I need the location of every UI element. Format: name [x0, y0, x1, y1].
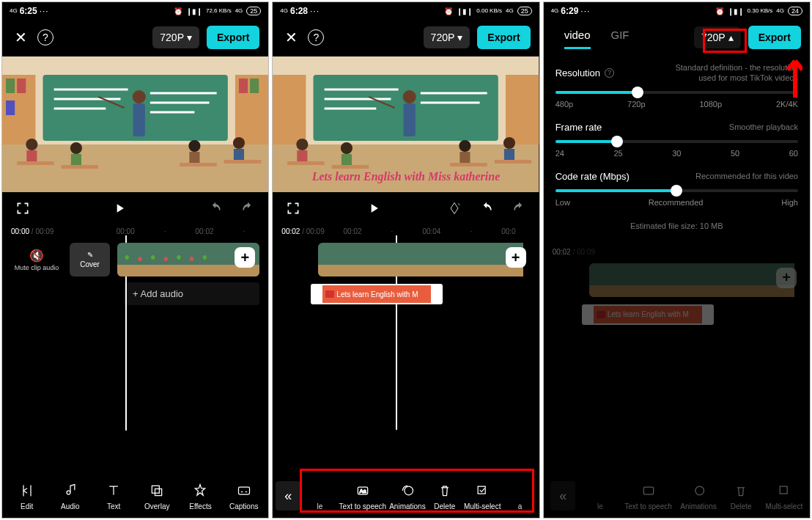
svg-point-62 [459, 140, 471, 152]
svg-rect-11 [6, 78, 15, 93]
back-button[interactable]: « [276, 481, 300, 510]
framerate-slider[interactable] [556, 140, 798, 143]
resolution-button[interactable]: 720P▴ [694, 26, 741, 48]
svg-rect-12 [17, 78, 26, 93]
svg-rect-73 [478, 486, 485, 494]
svg-rect-51 [273, 75, 306, 144]
phone-screen-1: 4G6:25··· ⏰❙▮❙72.6 KB/s4G25 ✕ ? 720P▾ Ex… [1, 1, 269, 519]
close-icon[interactable]: ✕ [11, 28, 30, 47]
add-clip-button[interactable]: + [235, 247, 255, 268]
text-clip[interactable]: Lets learn English with M [311, 284, 443, 304]
tts-button[interactable]: AaText to speech [339, 482, 386, 510]
svg-rect-21 [17, 161, 53, 165]
fullscreen-icon[interactable] [14, 199, 32, 217]
svg-point-72 [405, 486, 413, 495]
add-clip-button[interactable]: + [506, 247, 526, 268]
svg-rect-20 [26, 150, 37, 161]
framerate-label: Frame rate [556, 122, 602, 133]
preview[interactable]: Lets learn English with Miss katherine [273, 56, 539, 192]
svg-rect-58 [288, 161, 325, 165]
svg-point-65 [503, 137, 515, 149]
caption-overlay[interactable]: Lets learn English with Miss katherine [273, 170, 539, 183]
svg-point-28 [233, 137, 245, 149]
svg-point-22 [70, 142, 82, 154]
svg-rect-67 [495, 160, 531, 164]
phone-screen-2: 4G6:28··· ⏰❙▮❙0.00 KB/s4G25 ✕ ? 720P▾ Ex… [272, 1, 539, 519]
export-button[interactable]: Export [207, 26, 259, 49]
svg-rect-75 [589, 285, 794, 297]
clip-handle-right[interactable] [431, 285, 441, 303]
svg-rect-60 [342, 154, 352, 165]
svg-rect-14 [239, 78, 248, 93]
multiselect-button[interactable]: Multi-select [464, 482, 501, 510]
svg-point-77 [695, 486, 704, 495]
redo-icon[interactable] [510, 199, 528, 217]
captions-button[interactable]: Captions [228, 482, 260, 510]
play-icon[interactable] [46, 199, 192, 217]
pencil-icon: ✎ [87, 251, 93, 259]
close-icon[interactable]: ✕ [281, 28, 300, 47]
alarm-icon: ⏰ [174, 7, 182, 15]
delete-button[interactable]: Delete [429, 482, 461, 510]
effects-button[interactable]: Effects [184, 482, 216, 510]
animations-button[interactable]: Animations [389, 482, 425, 510]
svg-point-34 [138, 257, 141, 261]
text-button[interactable]: Text [97, 482, 130, 510]
vibrate-icon: ❙▮❙ [186, 7, 202, 15]
clip-handle-left[interactable] [312, 285, 322, 303]
preview[interactable] [2, 56, 268, 192]
svg-rect-69 [318, 265, 523, 277]
help-icon[interactable]: ? [308, 29, 324, 45]
bottom-toolbar: Edit Audio Text Overlay Effects Captions [2, 475, 268, 518]
undo-icon[interactable] [207, 199, 224, 217]
classroom-scene [2, 56, 268, 192]
add-audio-button[interactable]: + Add audio [124, 282, 259, 305]
coderate-slider[interactable] [556, 189, 798, 192]
video-clip[interactable] [318, 243, 530, 277]
resolution-button[interactable]: 720P▾ [152, 26, 199, 48]
svg-rect-27 [180, 163, 216, 166]
help-icon[interactable]: ? [37, 29, 53, 45]
svg-rect-17 [133, 103, 145, 136]
overlay-button[interactable]: Overlay [141, 482, 173, 510]
svg-point-59 [341, 142, 353, 154]
fullscreen-icon[interactable] [284, 199, 302, 217]
svg-rect-44 [273, 144, 539, 192]
cover-button[interactable]: ✎Cover [70, 243, 110, 277]
audio-button[interactable]: Audio [54, 482, 86, 510]
svg-rect-76 [643, 487, 653, 494]
export-button[interactable]: Export [748, 26, 801, 49]
mute-icon: 🔇 [29, 249, 44, 263]
mute-label[interactable]: Mute clip audio [15, 264, 59, 271]
undo-icon[interactable] [478, 199, 495, 217]
svg-rect-64 [451, 163, 487, 166]
resolution-button[interactable]: 720P▾ [424, 26, 470, 48]
svg-point-25 [188, 140, 200, 152]
svg-point-56 [297, 139, 309, 150]
svg-rect-61 [332, 165, 369, 169]
svg-point-16 [133, 90, 146, 103]
svg-rect-15 [250, 78, 259, 93]
svg-point-33 [125, 255, 129, 260]
svg-rect-29 [234, 149, 244, 160]
svg-rect-57 [298, 150, 308, 161]
svg-rect-26 [189, 152, 199, 163]
svg-rect-42 [238, 487, 249, 494]
svg-rect-66 [504, 149, 514, 160]
keyframe-icon[interactable] [446, 199, 463, 217]
svg-rect-13 [6, 100, 15, 115]
timeline[interactable]: 🔇Mute clip audio ✎Cover + + Add audio [2, 235, 268, 475]
timeline[interactable]: + Lets learn English with M [273, 235, 539, 474]
redo-icon[interactable] [239, 199, 256, 217]
svg-rect-52 [506, 75, 539, 144]
tab-gif[interactable]: GIF [611, 26, 630, 49]
svg-point-36 [164, 257, 168, 261]
play-icon[interactable] [317, 199, 430, 217]
filesize-estimate: Estimated file size: 10 MB [544, 207, 810, 245]
export-button[interactable]: Export [477, 26, 530, 49]
resolution-slider[interactable] [556, 91, 798, 94]
svg-rect-1 [2, 144, 268, 192]
svg-point-35 [151, 255, 155, 260]
tab-video[interactable]: video [564, 26, 591, 49]
edit-button[interactable]: Edit [11, 482, 43, 510]
